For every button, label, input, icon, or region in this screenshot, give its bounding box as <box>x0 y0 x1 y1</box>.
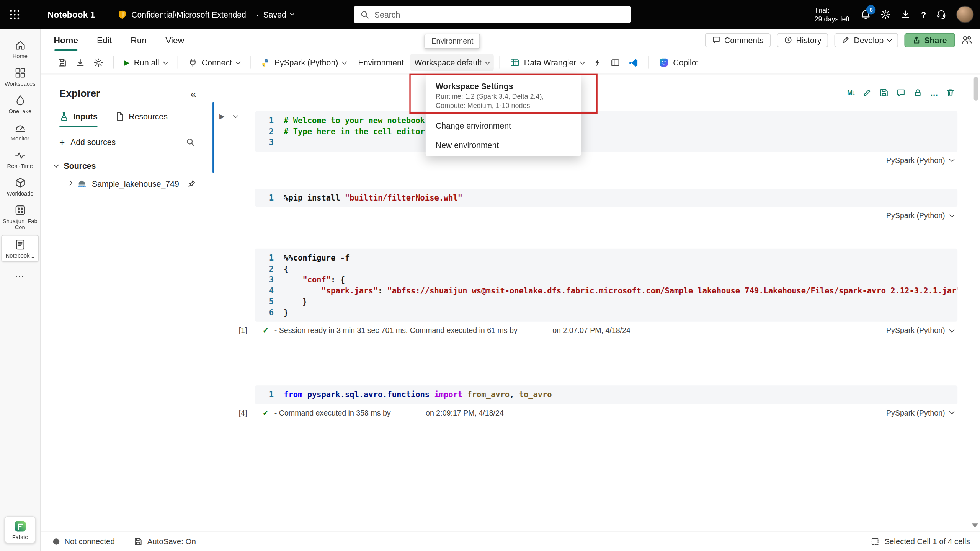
add-sources-button[interactable]: + Add sources <box>59 137 116 148</box>
app-launcher-button[interactable] <box>0 0 29 29</box>
lock-cell-button[interactable] <box>913 88 922 97</box>
tab-run[interactable]: Run <box>131 35 147 45</box>
sidebar-item-monitor[interactable]: Monitor <box>1 119 39 144</box>
collapse-panel-button[interactable]: « <box>190 88 196 99</box>
help-button[interactable]: ? <box>921 9 926 19</box>
convert-to-markdown-button[interactable]: M↓ <box>847 89 855 96</box>
move-cell-button[interactable] <box>862 88 872 97</box>
file-icon <box>115 112 124 121</box>
scrollbar-down-arrow[interactable] <box>972 523 978 527</box>
data-wrangler-button[interactable]: Data Wrangler <box>506 54 589 71</box>
notebook-cell[interactable]: ▶ 123456 %%configure -f{ "conf": { "spar… <box>255 249 957 338</box>
copilot-button[interactable]: Copilot <box>654 54 702 71</box>
sidebar-item-workloads[interactable]: Workloads <box>1 174 39 199</box>
notebook-settings-button[interactable] <box>89 54 107 71</box>
sidebar-item-onelake[interactable]: OneLake <box>1 91 39 117</box>
notebook-cell[interactable]: ▶ 1 %pip install "builtin/filterNoise.wh… <box>255 188 957 223</box>
notebook-cell[interactable]: ▶ 1 from pyspark.sql.avro.functions impo… <box>255 385 957 420</box>
share-button[interactable]: Share <box>904 33 955 47</box>
tab-resources[interactable]: Resources <box>115 112 167 127</box>
run-all-button[interactable]: ▶ Run all <box>119 54 172 71</box>
notebook-canvas: M↓ … ▶ 123 # Welcome to your new noteboo… <box>209 74 980 531</box>
notebook-cell[interactable]: ▶ 123 # Welcome to your new notebook# Ty… <box>255 111 957 168</box>
comment-cell-button[interactable] <box>896 88 905 97</box>
cell-language-selector[interactable]: PySpark (Python) <box>886 326 945 335</box>
sidebar-item-notebook[interactable]: Notebook 1 <box>1 235 39 262</box>
feedback-button[interactable] <box>936 9 946 19</box>
people-button[interactable] <box>961 34 972 46</box>
delete-cell-button[interactable] <box>946 88 955 97</box>
sidebar-item-workspace-shuaijun[interactable]: Shuaijun_FabCon <box>1 201 39 233</box>
cell-status-row: [4] ✓ - Command executed in 358 ms by on… <box>255 405 957 420</box>
people-icon <box>961 34 972 46</box>
active-cell-indicator <box>212 102 214 173</box>
tab-edit[interactable]: Edit <box>97 35 112 45</box>
sidebar-item-realtime[interactable]: Real-Time <box>1 146 39 172</box>
line-numbers: 123456 <box>255 253 284 318</box>
cell-selection-status: Selected Cell 1 of 4 cells <box>871 537 970 546</box>
workspace-default-dropdown[interactable]: Workspace default <box>410 54 494 71</box>
tab-inputs[interactable]: Inputs <box>59 112 98 127</box>
notifications-button[interactable]: 8 <box>861 9 871 19</box>
line-numbers: 1 <box>255 192 284 203</box>
connection-dot-icon <box>53 538 59 544</box>
save-status-text: Saved <box>263 10 286 19</box>
monitor-icon <box>14 122 26 134</box>
cell-language-selector[interactable]: PySpark (Python) <box>886 211 945 220</box>
explorer-search-button[interactable] <box>186 137 195 147</box>
develop-button[interactable]: Develop <box>835 33 898 47</box>
execution-count: [4] <box>239 408 256 417</box>
save-status-button[interactable]: · Saved <box>256 10 294 19</box>
comments-button[interactable]: Comments <box>705 33 770 47</box>
settings-button[interactable] <box>881 9 891 19</box>
tab-view[interactable]: View <box>165 35 184 45</box>
code-editor[interactable]: 1 %pip install "builtin/filterNoise.whl" <box>255 188 957 207</box>
topbar-right-cluster: Trial: 29 days left 8 ? <box>815 0 974 29</box>
history-button[interactable]: History <box>777 33 828 47</box>
global-search[interactable] <box>354 6 631 23</box>
notebook-title: Notebook 1 <box>47 9 95 19</box>
change-environment-menu-item[interactable]: Change environment <box>426 116 581 136</box>
code-editor[interactable]: 123456 %%configure -f{ "conf": { "spark.… <box>255 249 957 322</box>
download-app-button[interactable] <box>901 9 911 19</box>
side-panel-button[interactable] <box>606 54 624 71</box>
sensitivity-label[interactable]: Confidential\Microsoft Extended <box>118 10 246 19</box>
chevron-down-icon[interactable] <box>233 113 238 118</box>
vscode-icon <box>629 58 638 67</box>
scrollbar-thumb[interactable] <box>974 77 978 101</box>
sidebar-item-more[interactable]: … <box>1 264 39 285</box>
sources-section-toggle[interactable]: Sources <box>41 147 209 170</box>
sidebar-item-workspaces[interactable]: Workspaces <box>1 64 39 90</box>
fabric-home-button[interactable]: Fabric <box>4 516 36 544</box>
new-environment-menu-item[interactable]: New environment <box>426 135 581 155</box>
user-avatar[interactable] <box>956 6 974 23</box>
sidebar-item-home[interactable]: Home <box>1 36 39 62</box>
language-selector[interactable]: PySpark (Python) <box>256 54 351 71</box>
open-in-vscode-button[interactable] <box>624 54 642 71</box>
save-button[interactable] <box>53 54 71 71</box>
save-cell-button[interactable] <box>879 88 889 97</box>
cell-language-selector[interactable]: PySpark (Python) <box>886 408 945 417</box>
code-editor[interactable]: 123 # Welcome to your new notebook# Type… <box>255 111 957 152</box>
connection-status[interactable]: Not connected <box>53 537 115 546</box>
chevron-down-icon <box>290 11 294 16</box>
more-actions-button[interactable]: … <box>930 88 938 97</box>
lakehouse-source-item[interactable]: Sample_lakehouse_749 <box>41 171 209 189</box>
connect-button[interactable]: Connect <box>184 54 245 71</box>
search-input[interactable] <box>374 10 625 19</box>
cell-language-selector[interactable]: PySpark (Python) <box>886 156 945 165</box>
code-editor[interactable]: 1 from pyspark.sql.avro.functions import… <box>255 385 957 404</box>
export-button[interactable] <box>71 54 89 71</box>
autosave-toggle[interactable]: AutoSave: On <box>134 537 196 546</box>
tab-home[interactable]: Home <box>54 35 78 45</box>
high-concurrency-button[interactable] <box>589 54 606 71</box>
environment-tooltip: Environment <box>425 34 480 49</box>
dot-separator: · <box>256 10 259 19</box>
save-icon <box>134 537 142 546</box>
chevron-right-icon <box>67 180 73 186</box>
run-cell-button[interactable]: ▶ <box>219 112 225 121</box>
menubar-right-cluster: Comments History Develop Share <box>705 33 980 47</box>
workspace-settings-menu-item[interactable]: Workspace Settings Runtime: 1.2 (Spark 3… <box>426 76 581 116</box>
code-lines: %pip install "builtin/filterNoise.whl" <box>284 192 957 203</box>
pin-button[interactable] <box>188 179 196 188</box>
